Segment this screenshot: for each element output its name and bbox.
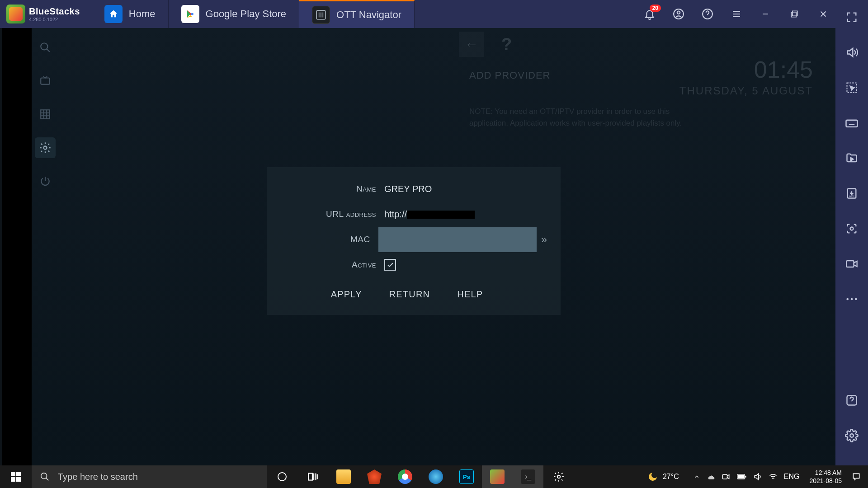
media-folder-icon[interactable] bbox=[844, 150, 860, 166]
tab-ott-navigator[interactable]: OTT Navigator bbox=[299, 0, 415, 28]
tray-language[interactable]: ENG bbox=[784, 473, 800, 481]
bluestacks-titlebar: BlueStacks 4.280.0.1022 Home Google Play… bbox=[0, 0, 868, 28]
taskbar-photoshop[interactable]: Ps bbox=[451, 465, 482, 488]
ott-navigator-icon bbox=[312, 6, 330, 24]
provider-modal: Name GREY PRO URL address http:// MAC » … bbox=[267, 167, 561, 315]
bluestacks-tabs: Home Google Play Store OTT Navigator bbox=[92, 0, 415, 28]
volume-icon[interactable] bbox=[844, 44, 860, 61]
svg-rect-4 bbox=[793, 11, 797, 16]
svg-rect-15 bbox=[846, 261, 854, 267]
name-value[interactable]: GREY PRO bbox=[384, 184, 547, 194]
help-button-modal[interactable]: HELP bbox=[457, 289, 483, 300]
active-checkbox[interactable] bbox=[384, 259, 396, 271]
tray-wifi-icon[interactable] bbox=[769, 472, 778, 481]
main-area: ← ? ADD PROVIDER 01:45 THURSDAY, 5 AUGUS… bbox=[0, 28, 868, 465]
tab-home[interactable]: Home bbox=[92, 0, 169, 28]
tab-ott-label: OTT Navigator bbox=[336, 9, 401, 21]
start-button[interactable] bbox=[0, 465, 32, 488]
bluestacks-logo-icon bbox=[6, 5, 25, 23]
record-icon[interactable] bbox=[844, 256, 860, 272]
bluestacks-logo: BlueStacks 4.280.0.1022 bbox=[0, 5, 86, 23]
svg-point-16 bbox=[846, 298, 849, 300]
install-apk-icon[interactable]: APK bbox=[844, 185, 860, 202]
tray-datetime[interactable]: 12:48 AM 2021-08-05 bbox=[806, 469, 845, 485]
maximize-button[interactable] bbox=[788, 7, 801, 21]
help-button[interactable] bbox=[701, 7, 714, 21]
svg-point-14 bbox=[850, 227, 854, 230]
svg-point-17 bbox=[851, 298, 853, 300]
tab-home-label: Home bbox=[129, 8, 156, 20]
tray-meet-now-icon[interactable] bbox=[722, 472, 731, 481]
taskbar-cortana[interactable] bbox=[267, 465, 297, 488]
cursor-lock-icon[interactable] bbox=[844, 80, 860, 96]
provider-note: NOTE: You need an OTT/IPTV provider in o… bbox=[469, 106, 709, 129]
tab-play-store[interactable]: Google Play Store bbox=[169, 0, 300, 28]
app-shell: ← ? ADD PROVIDER 01:45 THURSDAY, 5 AUGUS… bbox=[2, 28, 835, 465]
tray-volume-icon[interactable] bbox=[753, 472, 762, 481]
weather-moon-icon bbox=[647, 471, 658, 482]
hamburger-menu-button[interactable] bbox=[730, 7, 743, 21]
url-value[interactable]: http:// bbox=[384, 209, 547, 220]
search-placeholder: Type here to search bbox=[58, 472, 138, 482]
ott-back-button[interactable]: ← bbox=[459, 32, 484, 57]
page-heading: ADD PROVIDER bbox=[469, 70, 550, 81]
tray-notifications-icon[interactable] bbox=[852, 472, 861, 481]
return-button[interactable]: RETURN bbox=[389, 289, 430, 300]
svg-text:APK: APK bbox=[849, 195, 854, 197]
svg-point-22 bbox=[278, 473, 286, 481]
weather-temp: 27°C bbox=[663, 473, 679, 481]
minimize-button[interactable] bbox=[759, 7, 772, 21]
more-icon[interactable] bbox=[844, 291, 860, 307]
home-icon bbox=[104, 5, 123, 23]
sidebar-help-icon[interactable] bbox=[844, 392, 860, 408]
apply-button[interactable]: APPLY bbox=[331, 289, 362, 300]
tray-time: 12:48 AM bbox=[815, 469, 842, 477]
taskbar-brave[interactable] bbox=[359, 465, 390, 488]
close-button[interactable] bbox=[816, 7, 830, 21]
taskbar-taskview[interactable] bbox=[297, 465, 328, 488]
weather-widget[interactable]: 27°C bbox=[647, 471, 679, 482]
windows-logo-icon bbox=[11, 472, 21, 482]
ott-app-screen: ← ? ADD PROVIDER 01:45 THURSDAY, 5 AUGUS… bbox=[32, 28, 835, 465]
svg-point-21 bbox=[41, 473, 47, 479]
notifications-button[interactable]: 20 bbox=[643, 7, 656, 21]
title-actions: 20 bbox=[643, 7, 868, 21]
taskbar-app-blue[interactable] bbox=[420, 465, 451, 488]
taskbar-settings[interactable] bbox=[543, 465, 574, 488]
keyboard-icon[interactable] bbox=[844, 115, 860, 131]
taskbar-explorer[interactable] bbox=[328, 465, 359, 488]
taskbar-chrome[interactable] bbox=[390, 465, 420, 488]
svg-point-24 bbox=[557, 475, 561, 479]
letterbox-left bbox=[2, 28, 32, 465]
account-button[interactable] bbox=[672, 7, 685, 21]
search-icon bbox=[40, 472, 50, 482]
svg-point-18 bbox=[855, 298, 857, 300]
bluestacks-name: BlueStacks bbox=[29, 6, 80, 17]
clock-date: THURSDAY, 5 AUGUST bbox=[679, 84, 813, 97]
svg-rect-23 bbox=[308, 473, 312, 480]
mac-label: MAC bbox=[280, 235, 378, 244]
url-label: URL address bbox=[280, 209, 384, 219]
taskbar-bluestacks[interactable] bbox=[482, 465, 513, 488]
screenshot-icon[interactable] bbox=[844, 221, 860, 237]
tray-onedrive-icon[interactable] bbox=[706, 472, 715, 481]
clock-time: 01:45 bbox=[754, 56, 813, 83]
active-label: Active bbox=[280, 260, 384, 270]
windows-taskbar: Type here to search Ps ›_ 27°C ENG 12:48… bbox=[0, 465, 868, 488]
tray-chevron-icon[interactable] bbox=[693, 474, 700, 480]
ott-help-icon[interactable]: ? bbox=[501, 35, 512, 54]
taskbar-terminal[interactable]: ›_ bbox=[513, 465, 543, 488]
url-redacted bbox=[407, 211, 475, 219]
mac-input[interactable] bbox=[378, 227, 537, 252]
tab-play-label: Google Play Store bbox=[206, 8, 287, 20]
bluestacks-sidebar: APK bbox=[835, 0, 868, 488]
mac-expand-icon[interactable]: » bbox=[541, 233, 547, 246]
svg-point-20 bbox=[850, 434, 854, 437]
taskbar-search[interactable]: Type here to search bbox=[32, 465, 267, 488]
fullscreen-icon[interactable] bbox=[844, 9, 860, 25]
system-tray: 27°C ENG 12:48 AM 2021-08-05 bbox=[640, 469, 868, 485]
tray-battery-icon[interactable] bbox=[737, 474, 747, 480]
sidebar-settings-icon[interactable] bbox=[844, 427, 860, 444]
tray-date: 2021-08-05 bbox=[809, 477, 842, 485]
svg-rect-11 bbox=[846, 120, 858, 127]
